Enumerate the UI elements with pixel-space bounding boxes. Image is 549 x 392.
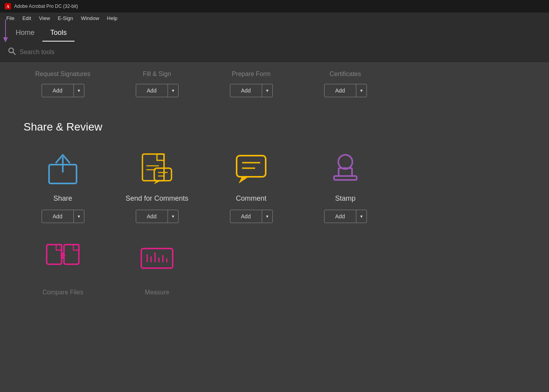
- measure-icon: [139, 245, 175, 272]
- add-btn-request-signatures[interactable]: Add ▾: [42, 84, 84, 97]
- main-content: Request Signatures Add ▾ Fill & Sign Add…: [0, 63, 549, 304]
- svg-rect-20: [47, 245, 62, 264]
- add-btn-main-prepare-form[interactable]: Add: [230, 84, 262, 97]
- tool-name-stamp: Stamp: [335, 194, 356, 203]
- add-btn-main-stamp[interactable]: Add: [325, 210, 356, 223]
- search-icon: [8, 47, 16, 57]
- app-icon: A: [5, 3, 11, 9]
- section-title-share-review: Share & Review: [24, 121, 525, 133]
- search-input[interactable]: [20, 49, 541, 56]
- tool-card-share: Share Add ▾: [24, 149, 102, 223]
- compare-files-icon: [45, 241, 80, 276]
- add-btn-main-certificates[interactable]: Add: [325, 84, 356, 97]
- menu-view[interactable]: View: [36, 14, 53, 23]
- tool-label-fill-sign: Fill & Sign: [143, 71, 171, 78]
- add-btn-comment[interactable]: Add ▾: [230, 210, 273, 223]
- comment-icon: [233, 151, 269, 186]
- svg-point-17: [338, 155, 352, 169]
- add-dropdown-comment[interactable]: ▾: [262, 210, 272, 223]
- add-dropdown-stamp[interactable]: ▾: [356, 210, 367, 223]
- measure-icon-area: [118, 239, 196, 278]
- svg-marker-3: [3, 37, 8, 42]
- add-dropdown-share[interactable]: ▾: [73, 210, 84, 223]
- tool-card-certificates: Certificates Add ▾: [306, 71, 385, 97]
- add-dropdown-fill-sign[interactable]: ▾: [168, 84, 178, 97]
- tool-label-certificates: Certificates: [330, 71, 361, 78]
- svg-rect-23: [141, 249, 173, 268]
- menu-edit[interactable]: Edit: [19, 14, 34, 23]
- add-btn-main-request-signatures[interactable]: Add: [42, 84, 73, 97]
- menu-bar: File Edit View E-Sign Window Help: [0, 13, 549, 24]
- tool-label-measure: Measure: [145, 289, 169, 296]
- search-bar: [0, 42, 549, 63]
- tab-tools[interactable]: Tools: [42, 25, 75, 42]
- add-btn-send-for-comments[interactable]: Add ▾: [136, 210, 179, 223]
- share-icon: [45, 151, 80, 186]
- stamp-icon-area: [306, 149, 385, 188]
- add-dropdown-prepare-form[interactable]: ▾: [262, 84, 272, 97]
- add-btn-prepare-form[interactable]: Add ▾: [230, 84, 273, 97]
- tool-grid-share-review: Share Add ▾: [24, 149, 525, 223]
- tab-bar: Home Tools: [0, 24, 549, 42]
- menu-esign[interactable]: E-Sign: [55, 14, 76, 23]
- svg-text:A: A: [6, 4, 9, 9]
- share-icon-area: [24, 149, 102, 188]
- tool-card-send-for-comments: Send for Comments Add ▾: [118, 149, 196, 223]
- title-bar-text: Adobe Acrobat Pro DC (32-bit): [14, 4, 78, 9]
- add-btn-main-share[interactable]: Add: [42, 210, 73, 223]
- tool-card-measure: Measure: [118, 239, 196, 296]
- svg-rect-11: [154, 168, 171, 181]
- menu-window[interactable]: Window: [78, 14, 102, 23]
- tool-name-comment: Comment: [236, 194, 266, 203]
- stamp-icon: [328, 151, 363, 186]
- add-btn-main-send-for-comments[interactable]: Add: [136, 210, 168, 223]
- bottom-partial-row: Compare Files: [24, 239, 525, 304]
- add-dropdown-send-for-comments[interactable]: ▾: [168, 210, 178, 223]
- add-btn-main-comment[interactable]: Add: [230, 210, 262, 223]
- tool-card-compare-files: Compare Files: [24, 239, 102, 296]
- svg-line-5: [13, 52, 15, 54]
- svg-rect-14: [237, 156, 266, 177]
- tool-label-request-signatures: Request Signatures: [35, 71, 91, 78]
- comment-icon-area: [212, 149, 290, 188]
- add-dropdown-certificates[interactable]: ▾: [356, 84, 367, 97]
- menu-help[interactable]: Help: [104, 14, 121, 23]
- tool-name-send-for-comments: Send for Comments: [126, 194, 188, 203]
- svg-rect-8: [142, 154, 164, 181]
- add-btn-share[interactable]: Add ▾: [42, 210, 84, 223]
- add-btn-stamp[interactable]: Add ▾: [324, 210, 367, 223]
- tool-card-prepare-form: Prepare Form Add ▾: [212, 71, 290, 97]
- tool-name-share: Share: [53, 194, 72, 203]
- add-btn-fill-sign[interactable]: Add ▾: [136, 84, 179, 97]
- tool-card-comment: Comment Add ▾: [212, 149, 290, 223]
- add-btn-main-fill-sign[interactable]: Add: [136, 84, 168, 97]
- tool-card-request-signatures: Request Signatures Add ▾: [24, 71, 102, 97]
- svg-rect-19: [334, 176, 357, 180]
- arrow-indicator: [3, 20, 8, 45]
- title-bar: A Adobe Acrobat Pro DC (32-bit): [0, 0, 549, 13]
- svg-rect-21: [64, 245, 79, 264]
- top-partial-row: Request Signatures Add ▾ Fill & Sign Add…: [24, 63, 525, 109]
- send-comments-icon-area: [118, 149, 196, 188]
- tool-card-fill-sign: Fill & Sign Add ▾: [118, 71, 196, 97]
- compare-icon-area: [24, 239, 102, 278]
- add-btn-certificates[interactable]: Add ▾: [324, 84, 367, 97]
- add-dropdown-request-signatures[interactable]: ▾: [73, 84, 84, 97]
- send-for-comments-icon: [139, 151, 175, 186]
- tool-card-stamp: Stamp Add ▾: [306, 149, 385, 223]
- tool-label-prepare-form: Prepare Form: [232, 71, 271, 78]
- tab-home[interactable]: Home: [8, 25, 42, 42]
- tool-label-compare-files: Compare Files: [42, 289, 83, 296]
- share-review-section: Share & Review Share Add ▾: [24, 121, 525, 304]
